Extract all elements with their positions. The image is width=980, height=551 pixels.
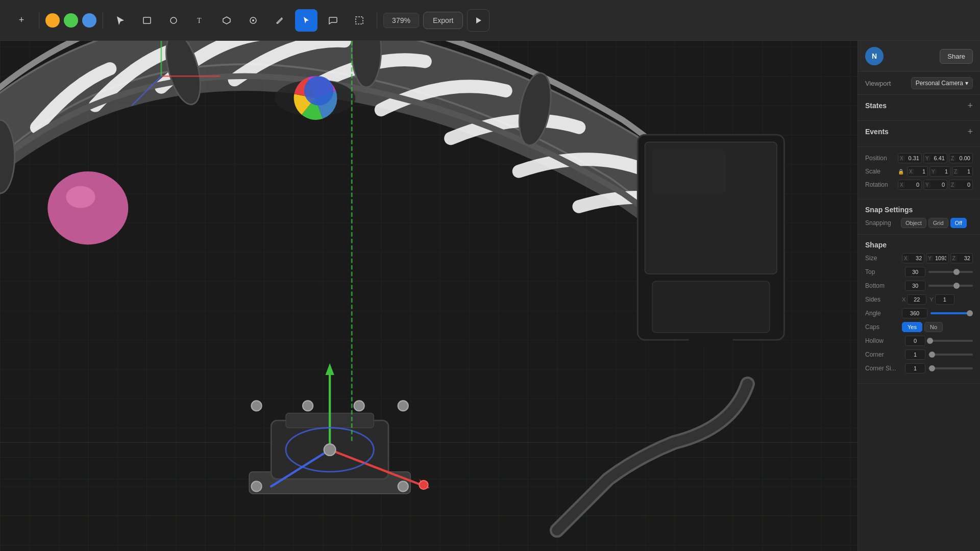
svg-point-27 — [689, 334, 733, 346]
scale-fields: X Y Z — [907, 166, 973, 177]
corner-value-input[interactable] — [905, 349, 925, 360]
transform-tool-button[interactable] — [242, 9, 264, 32]
svg-rect-0 — [143, 17, 151, 23]
add-button[interactable]: + — [10, 9, 33, 32]
rectangle-tool-button[interactable] — [136, 9, 158, 32]
bottom-slider-track[interactable] — [928, 285, 973, 287]
size-y-field[interactable]: Y — [926, 253, 948, 263]
snap-grid-button[interactable]: Grid — [928, 218, 948, 228]
text-tool-button[interactable]: T — [189, 9, 211, 32]
corner-si-slider-track[interactable] — [928, 367, 973, 369]
corner-slider-thumb[interactable] — [929, 352, 935, 358]
circle-tool-button[interactable] — [162, 9, 185, 32]
size-x-input[interactable] — [909, 254, 924, 263]
size-x-field[interactable]: X — [902, 253, 924, 263]
svg-point-35 — [252, 481, 262, 491]
scale-x-field[interactable]: X — [907, 166, 928, 177]
svg-point-43 — [324, 444, 336, 456]
snapping-label: Snapping — [865, 219, 898, 227]
states-add-button[interactable]: + — [967, 101, 973, 110]
snap-off-button[interactable]: Off — [950, 218, 967, 228]
comment-tool-button[interactable] — [322, 9, 344, 32]
lock-icon[interactable]: 🔒 — [898, 169, 904, 174]
corner-si-value-input[interactable] — [905, 363, 925, 373]
rot-z-prefix: Z — [949, 182, 955, 188]
rotation-y-field[interactable]: Y — [923, 180, 947, 190]
scale-z-field[interactable]: Z — [952, 166, 973, 177]
sides-y-group: Y — [929, 294, 954, 305]
scale-y-input[interactable] — [937, 167, 950, 176]
position-x-field[interactable]: X — [898, 153, 922, 163]
position-y-input[interactable] — [930, 154, 947, 163]
play-button[interactable] — [467, 9, 489, 32]
top-slider-thumb[interactable] — [953, 269, 960, 275]
states-section: States + — [858, 95, 980, 121]
caps-no-button[interactable]: No — [924, 322, 943, 332]
pen-tool-button[interactable] — [268, 9, 291, 32]
events-add-button[interactable]: + — [967, 127, 973, 136]
share-button[interactable]: Share — [940, 49, 973, 64]
svg-point-34 — [398, 400, 408, 411]
hollow-value-input[interactable] — [905, 336, 925, 346]
sides-label: Sides — [865, 296, 902, 303]
snap-object-button[interactable]: Object — [901, 218, 926, 228]
position-section: Position X Y Z — [858, 147, 980, 199]
main-content: N Share Viewport Personal Camera ▾ State… — [0, 41, 980, 551]
viewport-dropdown[interactable]: Personal Camera ▾ — [911, 77, 973, 89]
svg-marker-6 — [304, 17, 309, 23]
rotation-x-input[interactable] — [905, 180, 921, 189]
rotation-z-input[interactable] — [955, 180, 972, 189]
scale-x-prefix: X — [908, 169, 914, 174]
hollow-row: Hollow — [865, 336, 973, 346]
scale-z-input[interactable] — [959, 167, 972, 176]
pointer-tool-button[interactable] — [295, 9, 317, 32]
scene-content — [0, 41, 857, 551]
caps-label: Caps — [865, 323, 902, 331]
position-z-field[interactable]: Z — [949, 153, 973, 163]
position-y-field[interactable]: Y — [923, 153, 947, 163]
size-row: Size X Y Z — [865, 253, 973, 263]
rotation-y-input[interactable] — [930, 180, 947, 189]
scale-x-input[interactable] — [914, 167, 927, 176]
bottom-slider-thumb[interactable] — [953, 283, 960, 289]
corner-slider-track[interactable] — [928, 354, 973, 356]
sides-x-input[interactable] — [907, 294, 926, 305]
hollow-slider-thumb[interactable] — [927, 338, 933, 344]
color-swatch-green[interactable] — [64, 13, 78, 28]
rotation-row: Rotation X Y Z — [865, 180, 973, 190]
svg-rect-7 — [356, 17, 363, 24]
scale-y-prefix: Y — [930, 169, 937, 174]
position-x-input[interactable] — [905, 154, 921, 163]
caps-yes-button[interactable]: Yes — [902, 322, 922, 332]
position-z-input[interactable] — [955, 154, 972, 163]
color-swatch-orange[interactable] — [45, 13, 60, 28]
export-button[interactable]: Export — [423, 12, 463, 29]
events-header: Events + — [865, 127, 973, 136]
angle-value-input[interactable] — [902, 308, 927, 318]
hollow-slider-track[interactable] — [928, 340, 973, 342]
angle-slider-thumb[interactable] — [967, 310, 973, 316]
size-z-input[interactable] — [957, 254, 972, 263]
corner-si-slider-thumb[interactable] — [929, 365, 935, 371]
bottom-value-input[interactable] — [905, 281, 925, 291]
size-y-prefix: Y — [926, 256, 933, 261]
color-swatch-blue[interactable] — [82, 13, 96, 28]
rotation-z-field[interactable]: Z — [949, 180, 973, 190]
select-tool-button[interactable] — [109, 9, 132, 32]
shape-tool-button[interactable] — [215, 9, 238, 32]
size-z-field[interactable]: Z — [950, 253, 973, 263]
viewport[interactable] — [0, 41, 857, 551]
scene-svg — [0, 41, 857, 551]
shape-title: Shape — [865, 241, 887, 249]
corner-si-row: Corner Si... — [865, 363, 973, 373]
top-value-input[interactable] — [905, 267, 925, 277]
rot-y-prefix: Y — [924, 182, 930, 188]
angle-slider[interactable] — [930, 312, 973, 314]
scale-y-field[interactable]: Y — [929, 166, 950, 177]
size-y-input[interactable] — [933, 254, 948, 263]
crop-tool-button[interactable] — [348, 9, 371, 32]
top-slider-track[interactable] — [928, 271, 973, 273]
rotation-x-field[interactable]: X — [898, 180, 922, 190]
svg-point-22 — [304, 76, 333, 105]
sides-y-input[interactable] — [935, 294, 954, 305]
